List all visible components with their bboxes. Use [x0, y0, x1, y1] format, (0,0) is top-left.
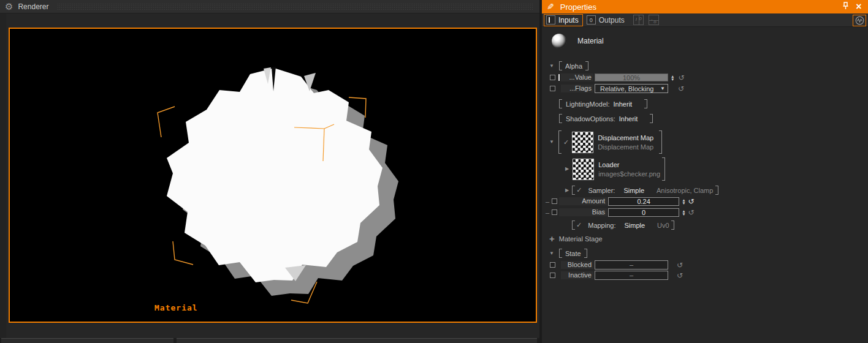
flags-reset-icon[interactable]: ↺ [678, 85, 684, 92]
bias-row: – Bias 0 ▲ ▼ ↺ [542, 208, 695, 217]
check-icon[interactable]: ✓ [576, 221, 582, 229]
bottom-panel-right[interactable] [177, 338, 537, 343]
shadow-options-label: ShadowOptions: [566, 115, 615, 123]
alpha-value-row: ...Value 100% ▲ ▼ ↺ [542, 73, 685, 82]
renderer-panel: ⚙ Renderer [0, 0, 539, 343]
pencil-icon: ✎ [547, 2, 554, 11]
value-drag-handle[interactable] [558, 74, 560, 81]
dash-icon: – [546, 209, 549, 216]
inputs-tab-label: Inputs [558, 16, 579, 24]
amount-reset-icon[interactable]: ↺ [688, 198, 695, 205]
node-name: Material [577, 37, 604, 45]
blocked-animate-checkbox[interactable] [550, 262, 555, 268]
properties-titlebar[interactable]: ✎ Properties × [542, 0, 868, 13]
collapse-triangle-icon[interactable]: ▼ [549, 140, 554, 145]
alpha-flags-row: ...Flags Relative, Blocking ▼ ↺ [542, 84, 684, 93]
signal-icon [855, 16, 864, 25]
bottom-panel-left[interactable] [1, 338, 173, 343]
io-split-icon[interactable]: - o [649, 15, 659, 25]
amount-animate-checkbox[interactable] [552, 198, 557, 204]
dropdown-arrow-icon: ▼ [660, 86, 665, 91]
close-button[interactable]: × [852, 1, 866, 12]
bias-input[interactable]: 0 [608, 208, 679, 217]
collapse-triangle-icon[interactable]: ▼ [549, 251, 554, 256]
displacement-map-group: ▼ ✓ Displacement Map Displacement Map [542, 130, 662, 154]
expand-triangle-icon[interactable]: ▶ [565, 167, 569, 172]
flags-label: ...Flags [561, 85, 593, 92]
inactive-reset-icon[interactable]: ↺ [677, 272, 683, 279]
tab-inputs[interactable]: Inputs [544, 14, 583, 26]
displacement-map-thumbnail[interactable] [572, 132, 593, 153]
value-reset-icon[interactable]: ↺ [678, 74, 684, 81]
viewport-node-label: Material [154, 303, 198, 312]
spinner-down-icon[interactable]: ▼ [671, 78, 674, 81]
dash-icon: – [546, 198, 549, 205]
check-icon[interactable]: ✓ [563, 138, 569, 146]
state-group-header: ▼ State [549, 249, 587, 258]
blocked-reset-icon[interactable]: ↺ [677, 262, 683, 269]
material-stage-row[interactable]: + Material Stage [542, 234, 603, 243]
app-root: ⚙ Renderer [0, 0, 868, 343]
blocked-row: Blocked – ↺ [542, 260, 683, 270]
io-pairs-icon[interactable]: I 0 [633, 15, 644, 25]
sampler-label: Sampler: [588, 187, 615, 194]
inactive-label: Inactive [561, 271, 593, 279]
pin-button[interactable] [839, 1, 852, 12]
properties-title: Properties [560, 2, 839, 12]
amount-spinner[interactable]: ▲ ▼ [682, 198, 685, 205]
value-spinner[interactable]: ▲ ▼ [671, 75, 674, 81]
mapping-value[interactable]: Simple [624, 222, 645, 229]
flags-animate-checkbox[interactable] [550, 86, 555, 91]
inactive-animate-checkbox[interactable] [550, 273, 555, 278]
value-slider[interactable]: 100% [595, 74, 668, 81]
value-animate-checkbox[interactable] [550, 75, 555, 80]
titlebar-grip-texture[interactable] [57, 3, 533, 10]
displacement-map-title: Displacement Map [598, 134, 659, 141]
flags-dropdown-value: Relative, Blocking [600, 85, 660, 92]
loader-subtitle: images$checker.png [598, 170, 662, 178]
amount-label: Amount [559, 197, 607, 205]
blocked-input[interactable]: – [595, 260, 668, 270]
spinner-down-icon[interactable]: ▼ [682, 202, 685, 205]
check-icon[interactable]: ✓ [576, 186, 582, 194]
amount-row: – Amount 0.24 ▲ ▼ ↺ [542, 197, 695, 206]
mapping-label: Mapping: [588, 222, 615, 229]
sampler-value[interactable]: Simple [623, 187, 644, 194]
value-label: ...Value [561, 74, 593, 81]
blocked-label: Blocked [561, 261, 593, 269]
amount-input[interactable]: 0.24 [608, 197, 679, 206]
plus-icon[interactable]: + [549, 234, 555, 243]
render-viewport[interactable]: Material [9, 28, 537, 323]
shadow-options-value: Inherit [619, 115, 638, 123]
flags-dropdown[interactable]: Relative, Blocking ▼ [595, 84, 668, 93]
material-sphere-icon[interactable] [552, 34, 566, 48]
bias-animate-checkbox[interactable] [552, 209, 557, 215]
mapping-extra: Uv0 [657, 222, 669, 229]
properties-content: Material ▼ Alpha ...Value 100% ▲ ▼ [542, 27, 868, 343]
tab-outputs[interactable]: 0 Outputs [585, 14, 628, 26]
lighting-model-value: Inherit [614, 100, 633, 108]
sampler-row: ▶ ✓ Sampler: Simple Anisotropic, Clamp [542, 186, 718, 195]
bias-reset-icon[interactable]: ↺ [688, 209, 695, 216]
bias-label: Bias [559, 208, 607, 216]
gizmo-corner-bottom-left[interactable] [173, 241, 193, 265]
collapse-triangle-icon[interactable]: ▼ [549, 64, 554, 69]
gizmo-corner-top-left[interactable] [158, 107, 175, 137]
expand-triangle-icon[interactable]: ▶ [565, 188, 569, 193]
mapping-row: ✓ Mapping: Simple Uv0 [542, 221, 674, 230]
loader-thumbnail[interactable] [573, 159, 594, 180]
signal-monitor-button[interactable] [853, 15, 866, 26]
bias-spinner[interactable]: ▲ ▼ [682, 209, 685, 216]
renderer-titlebar[interactable]: ⚙ Renderer [0, 0, 539, 13]
inactive-input[interactable]: – [595, 271, 668, 280]
alpha-group-label: Alpha [565, 62, 582, 70]
inactive-row: Inactive – ↺ [542, 271, 683, 280]
loader-title: Loader [598, 161, 662, 168]
shadow-options-row[interactable]: ShadowOptions: Inherit [559, 114, 653, 123]
spinner-down-icon[interactable]: ▼ [682, 213, 685, 216]
properties-toolbar: Inputs 0 Outputs I 0 - o [542, 13, 868, 27]
state-group-label: State [565, 250, 581, 257]
node-header: Material [552, 33, 604, 49]
material-stage-label: Material Stage [559, 235, 603, 243]
lighting-model-row[interactable]: LightingModel: Inherit [559, 99, 647, 108]
